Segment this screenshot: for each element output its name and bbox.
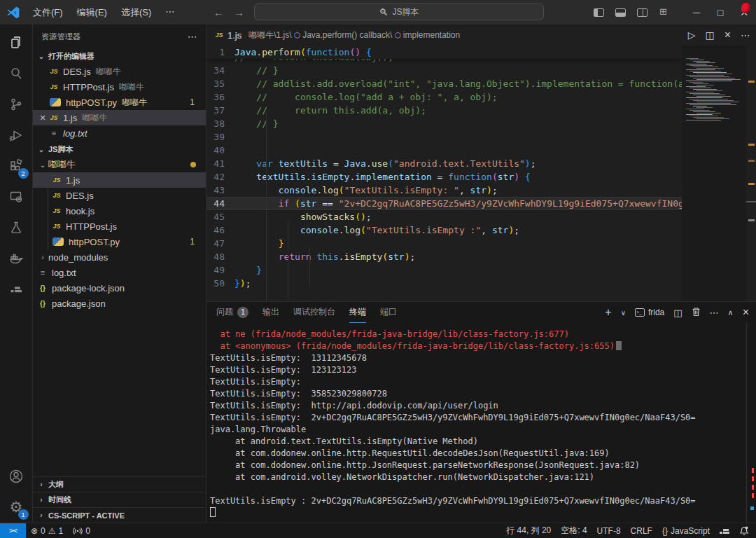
menu-item[interactable]: 选择(S) <box>115 4 157 22</box>
tree-item[interactable]: ≡log.txt <box>33 265 206 280</box>
tree-item[interactable]: ⌄嘟嘟牛 <box>33 157 206 172</box>
split-terminal-icon[interactable]: ◫ <box>673 308 682 318</box>
toggle-secondary-sidebar-icon[interactable] <box>637 8 648 17</box>
editor-scrollbar[interactable] <box>746 46 756 301</box>
kill-terminal-icon[interactable] <box>692 307 701 319</box>
tree-item[interactable]: {}package.json <box>33 296 206 311</box>
open-editor-item[interactable]: JSHTTPPost.js嘟嘟牛 <box>33 79 206 95</box>
toggle-sidebar-icon[interactable] <box>594 8 604 17</box>
problems-status[interactable]: ⊗ 0 ⚠︎ 1 <box>26 523 68 538</box>
nav-forward-icon[interactable]: → <box>234 6 244 18</box>
panel-tab-问题[interactable]: 问题1 <box>216 302 248 323</box>
tree-item[interactable]: {}package-lock.json <box>33 280 206 296</box>
open-editors-header[interactable]: ⌄ 打开的编辑器 <box>33 48 206 64</box>
breadcrumb[interactable]: 嘟嘟牛\1.js\⬡Java.perform() callback\⬡imple… <box>248 29 460 41</box>
code-line[interactable]: 42 textUtils.isEmpty.implementation = fu… <box>206 170 682 184</box>
editor-tab-filename[interactable]: 1.js <box>227 30 241 41</box>
run-debug-icon[interactable] <box>0 120 33 151</box>
tree-item[interactable]: JShook.js <box>33 203 206 219</box>
maximize-panel-icon[interactable]: ∧ <box>728 308 734 317</box>
new-terminal-icon[interactable]: + <box>605 306 611 319</box>
encoding-status[interactable]: UTF-8 <box>592 523 626 538</box>
sidebar-section-时间线[interactable]: ›时间线 <box>33 492 206 507</box>
language-mode[interactable]: {} JavaScript <box>657 523 715 538</box>
code-line[interactable]: 49 } <box>206 263 682 277</box>
editor-more-icon[interactable]: ⋯ <box>741 29 750 41</box>
extensions-icon[interactable]: 2 <box>0 151 33 181</box>
sidebar-section-大纲[interactable]: ›大纲 <box>33 476 206 492</box>
code-line[interactable]: 43 console.log("TextUtils.isEmpty: ", st… <box>206 184 682 197</box>
ports-status[interactable]: 0 <box>68 523 95 538</box>
toggle-panel-icon[interactable] <box>615 8 626 17</box>
panel-tab-终端[interactable]: 终端 <box>349 302 366 323</box>
close-editor-icon[interactable]: × <box>724 29 731 41</box>
analyzer-status-icon[interactable] <box>715 523 734 538</box>
tree-item[interactable]: ›node_modules <box>33 249 206 265</box>
code-line[interactable]: 34 // } <box>206 64 682 77</box>
file-name: package.json <box>52 298 106 309</box>
terminal-output[interactable]: at ne (frida/node_modules/frida-java-bri… <box>206 323 756 523</box>
editor-body[interactable]: 1Java.perform(function() { // return thi… <box>206 46 756 301</box>
tree-item[interactable]: JS1.js <box>33 172 206 188</box>
code-line[interactable]: 45 showStacks(); <box>206 210 682 223</box>
code-line[interactable]: 38 // } <box>206 117 682 130</box>
explorer-icon[interactable] <box>0 27 33 58</box>
tree-item[interactable]: JSHTTPPost.js <box>33 219 206 234</box>
code-line[interactable]: 50}); <box>206 277 682 290</box>
code-line[interactable]: // return this.add(obj)); <box>206 59 682 64</box>
panel-tab-调试控制台[interactable]: 调试控制台 <box>293 302 335 323</box>
line-number: 41 <box>206 157 234 170</box>
source-control-icon[interactable] <box>0 89 33 120</box>
tree-item[interactable]: httpPOST.py1 <box>33 234 206 249</box>
minimap[interactable] <box>682 46 746 301</box>
maximize-button[interactable]: □ <box>708 0 732 25</box>
code-line[interactable]: 47 } <box>206 237 682 250</box>
testing-icon[interactable] <box>0 212 33 243</box>
terminal-dropdown-icon[interactable]: ∨ <box>621 309 626 317</box>
terminal-instance[interactable]: >_ frida <box>635 308 664 317</box>
search-sidebar-icon[interactable] <box>0 58 33 89</box>
workspace-header[interactable]: ⌄ JS脚本 <box>33 142 206 157</box>
code-line[interactable]: 35 // addlist.add.overload("int", "java.… <box>206 77 682 90</box>
panel-more-icon[interactable]: ⋯ <box>710 308 719 318</box>
remote-explorer-icon[interactable] <box>0 181 33 212</box>
code-line[interactable]: 36 // console.log("add a + obj: ", a, ob… <box>206 90 682 104</box>
code-line[interactable]: 37 // return this.add(a, obj); <box>206 104 682 117</box>
eol-status[interactable]: CRLF <box>626 523 657 538</box>
notifications-bell-icon[interactable] <box>734 523 756 538</box>
customize-layout-icon[interactable] <box>659 8 669 17</box>
open-editor-item[interactable]: JSDES.js嘟嘟牛 <box>33 64 206 79</box>
code-line[interactable]: 46 console.log("TextUtils.isEmpty :", st… <box>206 223 682 237</box>
sidebar-section-CS-SCRIPT - ACTIVE[interactable]: ›CS-SCRIPT - ACTIVE <box>33 507 206 523</box>
tree-item[interactable]: JSDES.js <box>33 188 206 203</box>
docker-icon[interactable] <box>0 243 33 274</box>
analyzer-icon[interactable] <box>0 274 33 305</box>
panel-tab-输出[interactable]: 输出 <box>262 302 279 323</box>
settings-gear-icon[interactable]: ⚙ 1 <box>0 492 33 523</box>
cursor-position[interactable]: 行 44, 列 20 <box>501 523 556 538</box>
code-line[interactable]: 44 if (str == "2v+DC2gq7RuAC8PE5GZz5wH3/… <box>206 197 682 210</box>
open-editor-item[interactable]: ✕JS1.js嘟嘟牛 <box>33 110 206 125</box>
code-line[interactable]: 39 <box>206 130 682 144</box>
panel-tab-端口[interactable]: 端口 <box>380 302 397 323</box>
split-editor-icon[interactable]: ◫ <box>705 29 714 41</box>
run-file-icon[interactable]: ▷ <box>688 29 696 41</box>
menu-item[interactable]: 编辑(E) <box>71 4 113 22</box>
minimize-button[interactable]: ─ <box>685 0 708 25</box>
command-center-search[interactable]: 🔍︎ JS脚本 <box>254 4 544 20</box>
code-line[interactable]: 41 var textUtils = Java.use("android.tex… <box>206 157 682 170</box>
account-icon[interactable] <box>0 461 33 492</box>
code-line[interactable]: 1Java.perform(function() { <box>206 46 682 59</box>
sidebar-more-icon[interactable]: ⋯ <box>188 31 197 42</box>
indentation-status[interactable]: 空格: 4 <box>556 523 592 538</box>
close-panel-icon[interactable]: × <box>743 306 749 319</box>
chevron-right-icon: › <box>36 481 47 488</box>
code-line[interactable]: 40 <box>206 144 682 157</box>
open-editor-item[interactable]: ≡log.txt <box>33 125 206 141</box>
remote-indicator[interactable]: >< <box>0 523 26 538</box>
nav-back-icon[interactable]: ← <box>214 6 224 18</box>
menu-item[interactable]: 文件(F) <box>27 4 69 22</box>
menu-item[interactable]: ⋯ <box>160 4 180 22</box>
code-line[interactable]: 48 return this.isEmpty(str); <box>206 250 682 263</box>
open-editor-item[interactable]: httpPOST.py嘟嘟牛1 <box>33 95 206 110</box>
